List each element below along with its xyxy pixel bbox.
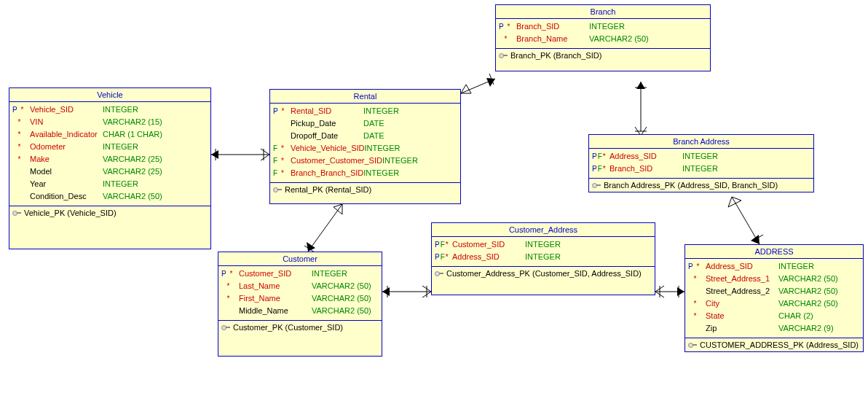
column-flags: F * — [273, 155, 291, 166]
entity-rental[interactable]: Rental P *Rental_SIDINTEGER Pickup_DateD… — [269, 89, 461, 204]
column-name: VIN — [30, 117, 103, 128]
column-row: *Branch_NameVARCHAR2 (50) — [499, 33, 707, 45]
entity-branch[interactable]: Branch P *Branch_SIDINTEGER *Branch_Name… — [495, 4, 711, 71]
column-row: *VINVARCHAR2 (15) — [12, 116, 208, 128]
column-flags: P * — [273, 106, 291, 117]
key-icon — [435, 270, 443, 276]
column-type: CHAR (1 CHAR) — [103, 129, 208, 140]
entity-columns: P *Customer_SIDINTEGER *Last_NameVARCHAR… — [218, 266, 382, 321]
column-row: PF*Branch_SIDINTEGER — [592, 163, 810, 175]
column-name: Rental_SID — [291, 106, 363, 117]
column-type: VARCHAR2 (25) — [103, 154, 208, 165]
column-type: INTEGER — [103, 141, 208, 152]
column-name: Address_SID — [609, 151, 682, 162]
column-flags — [688, 286, 706, 297]
column-name: City — [706, 298, 778, 309]
column-type: VARCHAR2 (25) — [103, 166, 208, 177]
entity-customer[interactable]: Customer P *Customer_SIDINTEGER *Last_Na… — [218, 252, 382, 357]
key-icon — [688, 342, 697, 348]
column-row: P *Rental_SIDINTEGER — [273, 105, 457, 117]
column-row: ZipVARCHAR2 (9) — [688, 322, 860, 335]
column-name: Address_SID — [706, 261, 778, 272]
column-flags: P * — [221, 268, 239, 279]
entity-customer-address[interactable]: Customer_Address PF*Customer_SIDINTEGERP… — [431, 222, 655, 295]
entity-title: Vehicle — [9, 88, 210, 102]
column-type: VARCHAR2 (50) — [778, 298, 860, 309]
svg-marker-3 — [486, 78, 495, 87]
pk-text: CUSTOMER_ADDRESS_PK (Address_SID) — [700, 340, 859, 349]
pk-text: Branch_PK (Branch_SID) — [510, 51, 601, 60]
column-name: Dropoff_Date — [291, 131, 363, 141]
column-type: INTEGER — [103, 179, 208, 190]
entity-pk: Vehicle_PK (Vehicle_SID) — [9, 206, 210, 219]
pk-text: Customer_PK (Customer_SID) — [233, 323, 343, 332]
column-name: Make — [30, 154, 103, 165]
entity-pk: Customer_Address_PK (Customer_SID, Addre… — [432, 267, 655, 280]
key-icon — [12, 210, 21, 216]
column-name: First_Name — [239, 293, 312, 304]
column-type: VARCHAR2 (15) — [103, 117, 208, 128]
column-type: VARCHAR2 (50) — [778, 273, 860, 284]
column-type: INTEGER — [382, 155, 457, 166]
column-flags: F * — [273, 168, 291, 179]
key-icon — [221, 324, 230, 330]
entity-columns: PF*Address_SIDINTEGERPF*Branch_SIDINTEGE… — [589, 149, 813, 179]
column-type: INTEGER — [682, 151, 810, 162]
column-type: INTEGER — [525, 239, 652, 250]
column-row: F *Branch_Branch_SIDINTEGER — [273, 167, 457, 179]
column-row: *CityVARCHAR2 (50) — [688, 297, 860, 310]
column-flags: P * — [499, 21, 516, 32]
entity-vehicle[interactable]: Vehicle P *Vehicle_SIDINTEGER *VINVARCHA… — [9, 87, 211, 249]
entity-columns: P *Address_SIDINTEGER *Street_Address_1V… — [685, 259, 863, 338]
column-type: CHAR (2) — [778, 311, 860, 322]
column-type: INTEGER — [589, 21, 707, 32]
column-flags: P * — [688, 261, 706, 272]
column-type: VARCHAR2 (50) — [778, 286, 860, 297]
column-row: YearINTEGER — [12, 178, 208, 190]
entity-title: ADDRESS — [685, 245, 863, 259]
entity-columns: P *Rental_SIDINTEGER Pickup_DateDATE Dro… — [270, 104, 460, 183]
column-row: P *Customer_SIDINTEGER — [221, 268, 379, 280]
column-row: *First_NameVARCHAR2 (50) — [221, 292, 379, 305]
column-flags: * — [688, 298, 706, 309]
column-type: INTEGER — [103, 104, 208, 115]
column-row: F *Vehicle_Vehicle_SIDINTEGER — [273, 142, 457, 155]
column-flags — [12, 179, 30, 190]
key-icon — [499, 52, 508, 58]
column-flags — [12, 166, 30, 177]
entity-branch-address[interactable]: Branch Address PF*Address_SIDINTEGERPF*B… — [588, 134, 814, 192]
column-type: INTEGER — [682, 163, 810, 174]
key-icon — [592, 182, 601, 188]
svg-marker-1 — [211, 150, 218, 159]
column-flags: * — [12, 117, 30, 128]
pk-text: Customer_Address_PK (Customer_SID, Addre… — [446, 269, 642, 278]
column-type: VARCHAR2 (50) — [312, 305, 379, 316]
entity-columns: PF*Customer_SIDINTEGERPF*Address_SIDINTE… — [432, 237, 655, 267]
entity-address[interactable]: ADDRESS P *Address_SIDINTEGER *Street_Ad… — [684, 244, 864, 352]
column-name: Branch_Branch_SID — [291, 168, 363, 179]
column-flags — [273, 118, 291, 129]
entity-title: Customer — [218, 252, 382, 266]
column-row: Pickup_DateDATE — [273, 117, 457, 130]
entity-columns: P *Vehicle_SIDINTEGER *VINVARCHAR2 (15) … — [9, 102, 210, 206]
column-type: DATE — [363, 118, 457, 129]
column-flags: PF* — [435, 252, 452, 262]
column-row: *Last_NameVARCHAR2 (50) — [221, 280, 379, 292]
svg-marker-7 — [636, 82, 645, 89]
column-row: *Available_IndicatorCHAR (1 CHAR) — [12, 128, 208, 141]
column-name: Street_Address_2 — [706, 286, 778, 297]
column-name: Year — [30, 179, 103, 190]
entity-title: Rental — [270, 90, 460, 104]
column-row: P *Branch_SIDINTEGER — [499, 20, 707, 33]
column-flags: F * — [273, 143, 291, 154]
column-type: INTEGER — [312, 268, 379, 279]
column-name: Street_Address_1 — [706, 273, 778, 284]
column-type: INTEGER — [525, 252, 652, 262]
column-name: Model — [30, 166, 103, 177]
column-type: INTEGER — [365, 143, 457, 154]
column-row: Middle_NameVARCHAR2 (50) — [221, 305, 379, 317]
entity-pk: Rental_PK (Rental_SID) — [270, 183, 460, 196]
svg-marker-11 — [382, 287, 390, 296]
column-type: VARCHAR2 (9) — [778, 323, 860, 334]
column-row: *StateCHAR (2) — [688, 310, 860, 322]
